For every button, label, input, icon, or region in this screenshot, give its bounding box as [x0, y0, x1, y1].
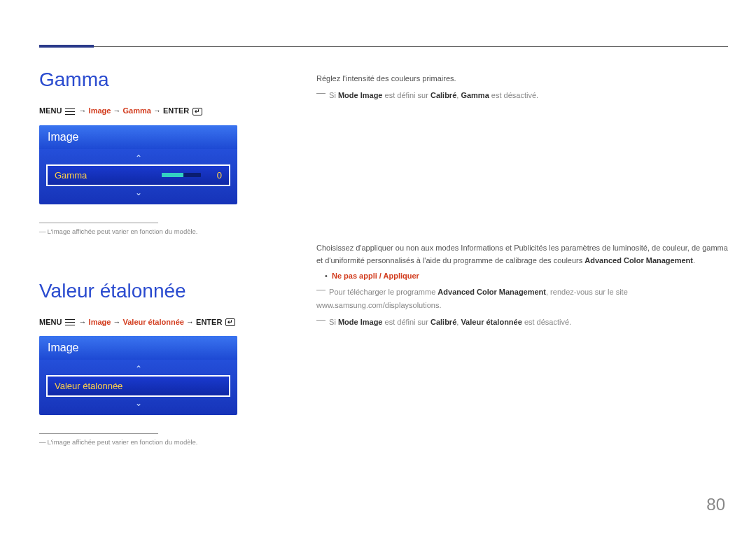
breadcrumb-seg-valeur: Valeur étalonnée [123, 318, 184, 326]
breadcrumb-seg-image: Image [89, 106, 111, 115]
valeur-options: • Ne pas appli / Appliquer [325, 270, 728, 283]
page-number: 80 [706, 495, 725, 514]
menu-icon [65, 319, 75, 325]
t: . [693, 256, 695, 265]
valeur-right: Choisissez d'appliquer ou non aux modes … [316, 242, 728, 329]
breadcrumb-gamma: MENU → Image → Gamma → ENTER ↵ [39, 106, 270, 115]
b: Advanced Color Management [438, 288, 546, 296]
osd-row-label: Gamma [55, 170, 152, 181]
valeur-note-disabled: ― Si Mode Image est défini sur Calibré, … [316, 315, 728, 330]
enter-label: ENTER [163, 106, 189, 115]
header-accent [39, 45, 94, 48]
t: est défini sur [382, 318, 430, 326]
menu-label: MENU [39, 318, 62, 326]
options-text: Ne pas appli / Appliquer [332, 272, 419, 280]
image-note-gamma: ―L'image affichée peut varier en fonctio… [39, 227, 270, 235]
valeur-note-download: ― Pour télécharger le programme Advanced… [316, 285, 728, 311]
enter-icon: ↵ [192, 108, 202, 115]
b: Gamma [461, 91, 489, 99]
section-title-valeur: Valeur étalonnée [39, 280, 270, 302]
t: est désactivé. [489, 91, 538, 99]
note-rule [39, 433, 158, 434]
osd-row-valeur[interactable]: Valeur étalonnée [46, 375, 230, 397]
breadcrumb-valeur: MENU → Image → Valeur étalonnée → ENTER … [39, 318, 270, 327]
t: Pour télécharger le programme [329, 288, 438, 296]
b: Advanced Color Management [584, 256, 693, 265]
chevron-down-icon[interactable]: ⌄ [46, 398, 230, 408]
image-note-valeur: ―L'image affichée peut varier en fonctio… [39, 438, 270, 446]
image-note-text: L'image affichée peut varier en fonction… [48, 227, 198, 235]
header-rule [39, 46, 728, 47]
t: Si [329, 318, 338, 326]
right-column: Réglez l'intensité des couleurs primaire… [316, 73, 728, 332]
b: Mode Image [338, 318, 383, 326]
gamma-note: ― Si Mode Image est défini sur Calibré, … [316, 88, 728, 103]
osd-header: Image [39, 336, 237, 360]
left-column: Gamma MENU → Image → Gamma → ENTER ↵ Ima… [39, 69, 270, 446]
breadcrumb-seg-image: Image [89, 318, 111, 326]
breadcrumb-seg-gamma: Gamma [123, 106, 151, 115]
image-note-text: L'image affichée peut varier en fonction… [48, 438, 198, 446]
note-rule [39, 223, 158, 223]
chevron-down-icon[interactable]: ⌄ [46, 188, 230, 197]
osd-body: ⌃ Valeur étalonnée ⌄ [39, 360, 237, 415]
gamma-slider-fill [162, 173, 183, 177]
b: Calibré [430, 91, 456, 99]
t: Si [329, 91, 338, 99]
osd-row-gamma[interactable]: Gamma 0 [46, 164, 230, 186]
enter-label: ENTER [196, 318, 222, 326]
chevron-up-icon[interactable]: ⌃ [46, 153, 230, 163]
chevron-up-icon[interactable]: ⌃ [46, 364, 230, 374]
section-title-gamma: Gamma [39, 69, 270, 91]
section-valeur: Valeur étalonnée MENU → Image → Valeur é… [39, 280, 270, 447]
b: Valeur étalonnée [461, 318, 522, 326]
enter-icon: ↵ [225, 318, 235, 326]
osd-body: ⌃ Gamma 0 ⌄ [39, 149, 237, 204]
gamma-desc: Réglez l'intensité des couleurs primaire… [316, 73, 728, 85]
valeur-desc: Choisissez d'appliquer ou non aux modes … [316, 242, 728, 267]
osd-header: Image [39, 125, 237, 149]
b: Calibré [430, 318, 456, 326]
gamma-slider[interactable] [162, 173, 201, 177]
osd-panel-valeur: Image ⌃ Valeur étalonnée ⌄ [39, 336, 237, 415]
b: Mode Image [338, 91, 383, 99]
t: est désactivé. [522, 318, 571, 326]
menu-label: MENU [39, 106, 62, 115]
menu-icon [65, 108, 75, 115]
t: est défini sur [382, 91, 430, 99]
gamma-value: 0 [211, 170, 222, 181]
osd-panel-gamma: Image ⌃ Gamma 0 ⌄ [39, 125, 237, 204]
osd-row-label: Valeur étalonnée [55, 381, 222, 391]
